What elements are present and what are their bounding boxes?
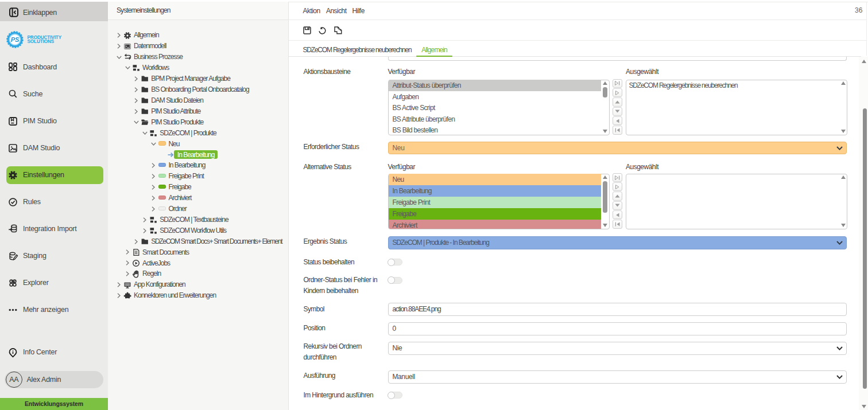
- svg-text:PS: PS: [11, 36, 20, 43]
